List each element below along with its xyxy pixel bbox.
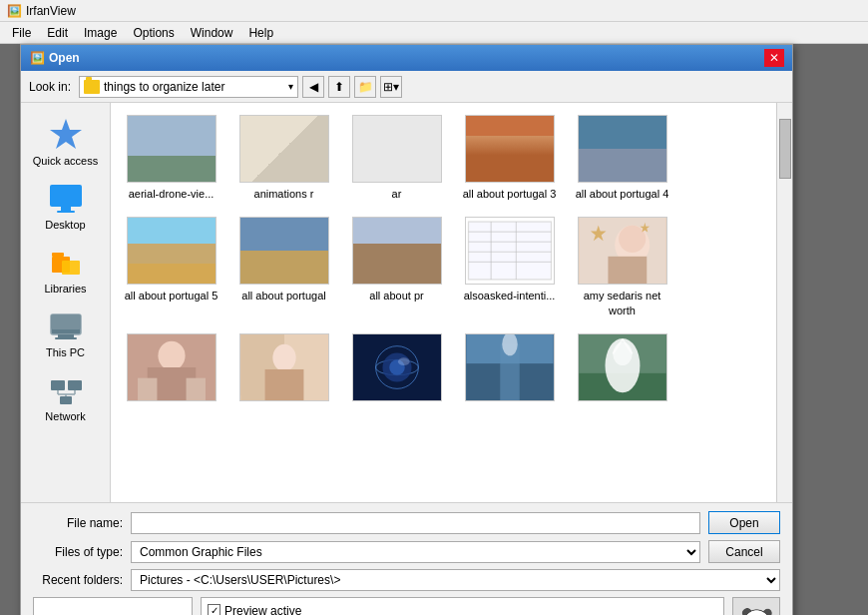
file-thumbnail xyxy=(352,217,442,285)
svg-rect-2 xyxy=(61,207,71,211)
file-thumbnail xyxy=(127,333,217,401)
file-thumbnail xyxy=(239,217,329,285)
list-item[interactable] xyxy=(344,329,449,409)
files-of-type-row: Files of type: Common Graphic Files Canc… xyxy=(33,540,780,563)
list-item[interactable] xyxy=(231,329,336,409)
svg-rect-6 xyxy=(62,261,80,275)
svg-rect-12 xyxy=(68,380,82,390)
list-item[interactable]: animations r xyxy=(231,111,336,205)
libraries-label: Libraries xyxy=(44,283,86,295)
file-thumbnail xyxy=(127,217,217,285)
file-name: ar xyxy=(392,187,402,201)
list-item[interactable]: amy sedaris net worth xyxy=(570,213,674,321)
recent-folders-select[interactable]: Pictures - <C:\Users\USER\Pictures\> xyxy=(131,569,780,591)
list-item[interactable] xyxy=(119,329,223,409)
sidebar-item-this-pc[interactable]: This PC xyxy=(26,305,106,362)
svg-rect-3 xyxy=(57,211,75,213)
svg-point-32 xyxy=(158,341,185,370)
desktop-label: Desktop xyxy=(45,219,85,231)
look-in-select[interactable]: things to organize later ▾ xyxy=(79,76,298,98)
sidebar-item-quick-access[interactable]: Quick access xyxy=(26,113,106,171)
file-name: all about portugal 5 xyxy=(125,289,218,303)
svg-point-38 xyxy=(272,344,295,371)
folder-icon xyxy=(84,80,100,94)
dialog-body: Quick access Desktop xyxy=(21,103,792,502)
menu-edit[interactable]: Edit xyxy=(39,24,76,42)
menu-image[interactable]: Image xyxy=(76,24,125,42)
menu-help[interactable]: Help xyxy=(240,24,281,42)
dialog-title: Open xyxy=(49,51,764,65)
current-folder-text: things to organize later xyxy=(104,80,224,94)
list-item[interactable]: all about pr xyxy=(344,213,449,321)
svg-rect-35 xyxy=(186,378,205,400)
list-item[interactable] xyxy=(570,329,674,409)
up-button[interactable]: ⬆ xyxy=(328,76,350,98)
network-icon xyxy=(48,372,84,408)
file-name: all about pr xyxy=(369,289,423,303)
file-thumbnail xyxy=(239,115,329,183)
list-item[interactable]: alsoasked-intenti... xyxy=(457,213,562,321)
cancel-button[interactable]: Cancel xyxy=(708,540,780,563)
view-options-button[interactable]: ⊞▾ xyxy=(380,76,402,98)
sidebar-item-desktop[interactable]: Desktop xyxy=(26,177,106,235)
back-button[interactable]: ◀ xyxy=(302,76,324,98)
thispc-icon xyxy=(48,308,84,344)
file-name: aerial-drone-vie... xyxy=(129,187,215,201)
list-item[interactable]: ar xyxy=(344,111,449,205)
list-item[interactable]: all about portugal 4 xyxy=(570,111,674,205)
libraries-icon xyxy=(48,245,84,281)
files-of-type-select[interactable]: Common Graphic Files xyxy=(131,541,700,563)
svg-point-27 xyxy=(619,226,646,253)
look-in-label: Look in: xyxy=(29,80,71,94)
sidebar: Quick access Desktop xyxy=(21,103,111,502)
svg-rect-1 xyxy=(50,185,82,207)
svg-rect-5 xyxy=(52,253,64,257)
dialog-icon: 🖼️ xyxy=(29,50,45,66)
preview-checkbox[interactable]: ✓ xyxy=(208,604,220,615)
list-item[interactable]: aerial-drone-vie... xyxy=(119,111,223,205)
file-thumbnail xyxy=(578,115,667,183)
dialog-close-button[interactable]: ✕ xyxy=(764,49,784,67)
file-name: amy sedaris net worth xyxy=(574,289,670,317)
file-list-area: aerial-drone-vie... animations r ar all … xyxy=(111,103,792,502)
svg-rect-39 xyxy=(264,369,303,400)
sidebar-item-libraries[interactable]: Libraries xyxy=(26,241,106,299)
open-button[interactable]: Open xyxy=(708,511,780,534)
menu-window[interactable]: Window xyxy=(183,24,241,42)
file-name-input[interactable] xyxy=(131,512,700,534)
file-thumbnail xyxy=(352,115,442,183)
menu-options[interactable]: Options xyxy=(125,24,182,42)
file-list-container[interactable]: aerial-drone-vie... animations r ar all … xyxy=(111,103,776,502)
recent-folders-label: Recent folders: xyxy=(33,573,123,587)
list-item[interactable]: all about portugal 5 xyxy=(119,213,223,321)
file-name-label: File name: xyxy=(33,516,123,530)
list-item[interactable]: all about portugal xyxy=(231,213,336,321)
svg-rect-10 xyxy=(55,337,77,339)
this-pc-label: This PC xyxy=(46,346,85,358)
scrollbar-thumb[interactable] xyxy=(779,119,791,179)
file-thumbnail xyxy=(578,217,667,285)
file-name: all about portugal 4 xyxy=(576,187,669,201)
file-name: all about portugal 3 xyxy=(463,187,557,201)
svg-rect-18 xyxy=(468,222,551,280)
file-thumbnail xyxy=(239,333,329,401)
desktop-icon xyxy=(48,181,84,217)
list-item[interactable] xyxy=(457,329,562,409)
svg-rect-11 xyxy=(51,380,65,390)
file-thumbnail xyxy=(352,333,442,401)
svg-rect-28 xyxy=(608,257,647,284)
preview-thumbnail: 🐼 xyxy=(732,597,780,615)
menu-file[interactable]: File xyxy=(4,24,39,42)
file-thumbnail xyxy=(578,333,667,401)
menubar: File Edit Image Options Window Help xyxy=(0,22,868,44)
new-folder-button[interactable]: 📁 xyxy=(354,76,376,98)
app-icon: 🖼️ xyxy=(6,3,22,19)
sidebar-item-network[interactable]: Network xyxy=(26,368,106,426)
file-name: alsoasked-intenti... xyxy=(464,289,556,303)
dialog-bottom: File name: Open Files of type: Common Gr… xyxy=(21,502,792,615)
dropdown-arrow: ▾ xyxy=(288,81,293,92)
preview-area-left xyxy=(33,597,193,615)
panda-icon: 🐼 xyxy=(739,605,774,616)
list-item[interactable]: all about portugal 3 xyxy=(457,111,562,205)
svg-rect-9 xyxy=(58,334,74,337)
